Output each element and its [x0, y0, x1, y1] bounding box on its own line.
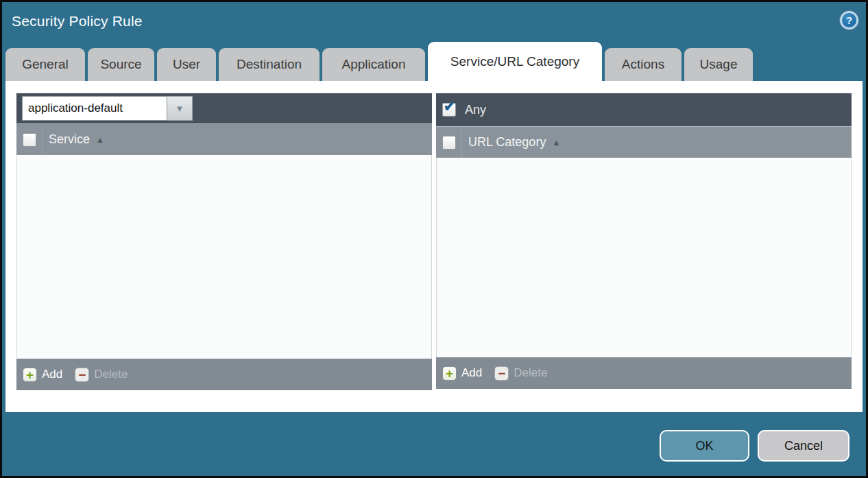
dialog-title: Security Policy Rule: [12, 13, 143, 29]
add-service-label: Add: [42, 368, 62, 381]
tab-usage[interactable]: Usage: [684, 48, 753, 81]
add-url-category-button[interactable]: + Add: [442, 366, 482, 381]
select-all-url-categories-checkbox[interactable]: [436, 127, 462, 158]
tab-general[interactable]: General: [5, 48, 85, 81]
service-list[interactable]: [16, 155, 432, 359]
checkbox-unchecked-icon: [23, 133, 36, 147]
url-category-column-label: URL Category: [468, 135, 546, 150]
service-toolbar: ▼: [16, 93, 432, 123]
cancel-button[interactable]: Cancel: [758, 430, 849, 462]
select-all-services-checkbox[interactable]: [16, 124, 43, 155]
url-footer: + Add − Delete: [436, 357, 852, 389]
add-url-category-label: Add: [461, 366, 482, 380]
dialog-content: ▼ Service ▲ + Add − Delete: [5, 81, 863, 412]
help-icon[interactable]: ?: [840, 11, 858, 29]
sort-ascending-icon: ▲: [552, 139, 560, 147]
sort-ascending-icon: ▲: [96, 136, 104, 144]
delete-icon: −: [75, 368, 89, 382]
add-icon: +: [442, 366, 457, 381]
dropdown-button[interactable]: ▼: [167, 96, 193, 121]
tab-destination[interactable]: Destination: [219, 48, 320, 81]
delete-url-category-button[interactable]: − Delete: [494, 366, 547, 381]
url-grid-header: URL Category ▲: [436, 126, 852, 158]
delete-icon: −: [494, 366, 509, 381]
tab-actions[interactable]: Actions: [605, 48, 682, 81]
add-icon: +: [23, 368, 37, 382]
checkbox-unchecked-icon: [442, 136, 456, 150]
delete-service-label: Delete: [94, 368, 128, 381]
url-category-panel: ✔ Any URL Category ▲ + Add − Delete: [436, 93, 852, 389]
delete-url-category-label: Delete: [514, 366, 547, 380]
tab-service-url-category[interactable]: Service/URL Category: [428, 42, 602, 81]
service-grid-header: Service ▲: [16, 123, 432, 155]
tab-source[interactable]: Source: [88, 48, 154, 81]
tab-bar: General Source User Destination Applicat…: [5, 46, 753, 81]
service-type-input[interactable]: [22, 96, 167, 121]
tab-application[interactable]: Application: [322, 48, 425, 81]
url-category-column-header[interactable]: URL Category ▲: [462, 127, 560, 158]
ok-button[interactable]: OK: [660, 430, 749, 462]
url-any-bar: ✔ Any: [436, 93, 852, 126]
service-footer: + Add − Delete: [16, 359, 432, 390]
service-column-label: Service: [49, 132, 90, 147]
any-checkbox[interactable]: ✔: [442, 103, 456, 117]
chevron-down-icon: ▼: [176, 104, 184, 113]
any-label: Any: [465, 103, 486, 117]
add-service-button[interactable]: + Add: [23, 368, 62, 382]
check-icon: ✔: [444, 99, 455, 113]
delete-service-button[interactable]: − Delete: [75, 368, 128, 382]
url-category-list[interactable]: [436, 158, 852, 357]
service-type-dropdown[interactable]: ▼: [22, 96, 193, 121]
service-panel: ▼ Service ▲ + Add − Delete: [16, 93, 432, 390]
service-column-header[interactable]: Service ▲: [43, 124, 104, 155]
tab-user[interactable]: User: [157, 48, 216, 81]
